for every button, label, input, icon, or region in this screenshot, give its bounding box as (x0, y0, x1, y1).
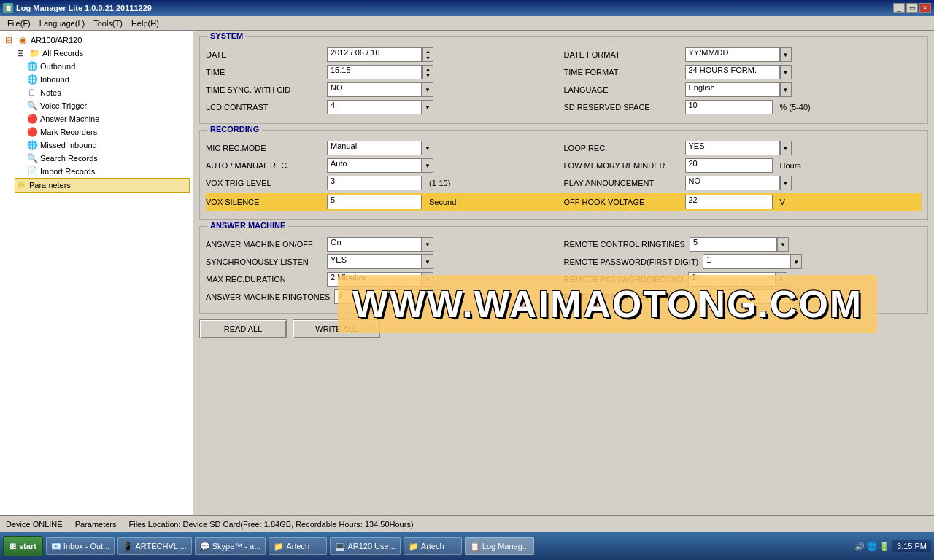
taskbar-app-1[interactable]: 📱 ARTECHVL ... (117, 537, 191, 555)
search-records-label: Search Records (40, 154, 98, 163)
am-pwd2-row: REMOTE PASSWORD(SECOND 1 ▼ (564, 272, 922, 287)
taskbar-app-4-label: AR120 Use... (347, 542, 395, 551)
section-name-text: Parameters (75, 520, 117, 529)
taskbar: ⊞ start 📧 Inbox - Out... 📱 ARTECHVL ... … (0, 532, 934, 560)
sidebar-item-answer-machine[interactable]: 🔴 Answer Machine (26, 112, 190, 125)
micmode-input[interactable]: Manual (327, 141, 422, 155)
sidebar-item-search-records[interactable]: 🔍 Search Records (26, 152, 190, 165)
date-spin-up[interactable]: ▲ (422, 48, 433, 55)
am-onoff-input[interactable]: On (327, 237, 422, 252)
taskbar-app-6[interactable]: 📋 Log Manag... (465, 537, 534, 555)
am-synclisten-input[interactable]: YES (327, 254, 422, 269)
playannounce-input[interactable]: NO (685, 176, 780, 190)
sidebar-item-device[interactable]: ⊟ ◉ AR100/AR120 (3, 34, 190, 47)
taskbar-app-2[interactable]: 💬 Skype™ - a... (195, 537, 266, 555)
time-spin: ▲ ▼ (422, 65, 433, 79)
looprec-dropdown-btn[interactable]: ▼ (780, 141, 792, 155)
autorec-input[interactable]: Auto (327, 158, 422, 173)
taskbar-app-5[interactable]: 📁 Artech (404, 537, 462, 555)
voice-icon: 🔍 (26, 100, 38, 112)
read-all-button[interactable]: READ ALL (199, 319, 287, 338)
am-pwd3-input[interactable]: 1 (704, 289, 792, 304)
datefmt-input[interactable]: YY/MM/DD (685, 47, 780, 62)
sdspace-input[interactable]: 10 (685, 100, 773, 114)
sidebar-item-import-records[interactable]: 📄 Import Records (26, 165, 190, 178)
am-ringtones-dropdown-btn[interactable]: ▼ (429, 289, 441, 304)
close-button[interactable]: ✕ (919, 3, 931, 13)
am-pwd2-dropdown-btn[interactable]: ▼ (776, 272, 787, 287)
taskbar-app-1-icon: 📱 (123, 542, 133, 551)
system-sdspace-row: SD RESERVED SPACE 10 % (5-40) (564, 100, 922, 114)
restore-button[interactable]: ▭ (906, 3, 918, 13)
recording-right-col: LOOP REC. YES ▼ LOW MEMORY REMINDER 20 H… (564, 141, 922, 214)
start-button[interactable]: ⊞ start (3, 536, 43, 556)
sidebar-item-mark-recorders[interactable]: 🔴 Mark Recorders (26, 125, 190, 139)
timesync-input[interactable]: NO (327, 82, 422, 97)
am-maxdur-dropdown-btn[interactable]: ▼ (422, 272, 433, 287)
language-input[interactable]: English (685, 82, 780, 97)
voxsilence-unit: Second (429, 198, 456, 206)
sidebar-item-inbound[interactable]: 🌐 Inbound (26, 73, 190, 86)
system-date-row: DATE 2012 / 06 / 16 ▲ ▼ (206, 47, 564, 62)
rec-playannounce-row: PLAY ANNOUNCEMENT NO ▼ (564, 176, 922, 190)
missed-inbound-label: Missed Inbound (40, 141, 97, 149)
am-synclisten-dropdown-btn[interactable]: ▼ (422, 254, 433, 269)
am-pwd1-input[interactable]: 1 (703, 254, 790, 269)
time-input-group: 15:15 ▲ ▼ (327, 65, 433, 79)
date-label: DATE (206, 50, 323, 59)
am-onoff-dropdown-btn[interactable]: ▼ (422, 237, 433, 252)
datefmt-dropdown-btn[interactable]: ▼ (780, 47, 792, 62)
am-pwd1-dropdown-btn[interactable]: ▼ (790, 254, 802, 269)
lowmem-input[interactable]: 20 (685, 158, 773, 173)
menu-tools[interactable]: Tools(T) (89, 18, 127, 29)
action-buttons: READ ALL WRITE ALL (199, 319, 928, 338)
datefmt-label: DATE FORMAT (564, 50, 681, 59)
minimize-button[interactable]: _ (893, 3, 905, 13)
menu-help[interactable]: Help(H) (127, 18, 163, 29)
looprec-input[interactable]: YES (685, 141, 780, 155)
time-spin-down[interactable]: ▼ (422, 72, 433, 79)
device-status-section: Device ONLINE (0, 516, 69, 532)
taskbar-app-3[interactable]: 📁 Artech (269, 537, 327, 555)
micmode-dropdown-btn[interactable]: ▼ (422, 141, 433, 155)
am-ringtones-input[interactable]: 3 (334, 289, 429, 304)
system-right-col: DATE FORMAT YY/MM/DD ▼ TIME FORMAT 24 HO… (564, 47, 922, 117)
voxtrig-input[interactable]: 3 (327, 176, 422, 190)
sidebar-item-missed-inbound[interactable]: 🌐 Missed Inbound (26, 139, 190, 152)
timefmt-label: TIME FORMAT (564, 68, 681, 77)
time-spin-up[interactable]: ▲ (422, 66, 433, 72)
sidebar-item-notes[interactable]: 🗒 Notes (26, 86, 190, 99)
sidebar-item-voice-trigger[interactable]: 🔍 Voice Trigger (26, 99, 190, 112)
taskbar-app-0[interactable]: 📧 Inbox - Out... (46, 537, 115, 555)
am-pwd2-input[interactable]: 1 (688, 272, 776, 287)
sidebar-item-outbound[interactable]: 🌐 Outbound (26, 60, 190, 73)
menu-language[interactable]: Language(L) (35, 18, 89, 29)
contrast-input[interactable]: 4 (327, 100, 422, 114)
am-remotectrl-input[interactable]: 5 (690, 237, 777, 252)
menu-file[interactable]: File(F) (3, 18, 35, 29)
am-pwd1-input-group: 1 ▼ (703, 254, 802, 269)
taskbar-app-4[interactable]: 💻 AR120 Use... (330, 537, 400, 555)
micmode-label: MIC REC.MODE (206, 144, 323, 152)
taskbar-app-0-label: Inbox - Out... (63, 542, 110, 551)
write-all-button[interactable]: WRITE ALL (293, 319, 380, 338)
offhook-input[interactable]: 22 (685, 195, 773, 209)
date-spin-down[interactable]: ▼ (422, 55, 433, 61)
timesync-dropdown-btn[interactable]: ▼ (422, 82, 433, 97)
playannounce-dropdown-btn[interactable]: ▼ (780, 176, 792, 190)
am-pwd3-dropdown-btn[interactable]: ▼ (792, 289, 803, 304)
sidebar-item-parameters[interactable]: ⚙ Parameters (15, 178, 190, 192)
date-input[interactable]: 2012 / 06 / 16 (327, 47, 422, 62)
autorec-dropdown-btn[interactable]: ▼ (422, 158, 433, 173)
am-remotectrl-label: REMOTE CONTROL RINGTINES (564, 240, 685, 249)
contrast-dropdown-btn[interactable]: ▼ (422, 100, 433, 114)
time-input[interactable]: 15:15 (327, 65, 422, 79)
voxsilence-input[interactable]: 5 (327, 195, 422, 209)
status-bar: Device ONLINE Parameters Files Location:… (0, 515, 934, 532)
sidebar-item-all-records[interactable]: ⊟ 📁 All Records (15, 47, 190, 60)
am-maxdur-input[interactable]: 2 Minutes (327, 272, 422, 287)
language-dropdown-btn[interactable]: ▼ (780, 82, 792, 97)
timefmt-dropdown-btn[interactable]: ▼ (780, 65, 792, 79)
timefmt-input[interactable]: 24 HOURS FORM. (685, 65, 780, 79)
am-remotectrl-dropdown-btn[interactable]: ▼ (777, 237, 789, 252)
